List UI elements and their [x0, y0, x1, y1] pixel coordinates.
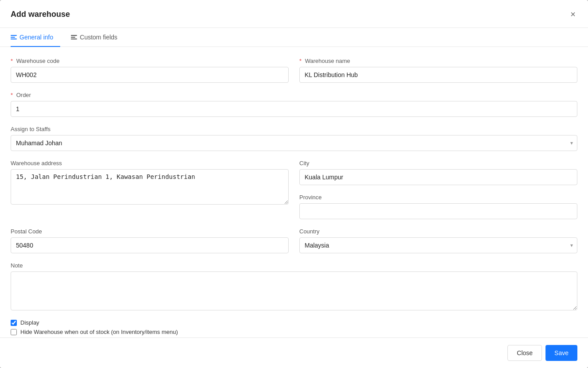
warehouse-name-input[interactable]: [299, 67, 577, 83]
warehouse-name-label: * Warehouse name: [299, 58, 577, 64]
field-postal-code: Postal Code: [11, 228, 289, 253]
order-input[interactable]: [11, 101, 577, 117]
assign-staffs-select[interactable]: Muhamad Johan: [11, 135, 577, 151]
hide-warehouse-checkbox-label: Hide Warehouse when out of stock (on Inv…: [20, 329, 178, 335]
checkbox-hide-warehouse-group: Hide Warehouse when out of stock (on Inv…: [11, 329, 577, 335]
custom-fields-icon: [71, 35, 77, 39]
required-star: *: [11, 58, 13, 64]
field-note: Note: [11, 262, 577, 310]
assign-staffs-wrapper: Muhamad Johan ▾: [11, 135, 577, 151]
country-select[interactable]: Malaysia: [299, 237, 577, 253]
field-warehouse-address: Warehouse address: [11, 160, 289, 219]
warehouse-address-input[interactable]: [11, 169, 289, 205]
hide-warehouse-checkbox[interactable]: [11, 329, 17, 335]
close-button[interactable]: Close: [507, 345, 542, 361]
country-label: Country: [299, 228, 577, 235]
field-assign-staffs: Assign to Staffs Muhamad Johan ▾: [11, 126, 577, 151]
note-label: Note: [11, 262, 577, 269]
field-order: * Order: [11, 92, 577, 117]
warehouse-code-label: * Warehouse code: [11, 58, 289, 64]
tabs-container: General info Custom fields: [0, 28, 588, 47]
row-code-name: * Warehouse code * Warehouse name: [11, 58, 577, 83]
row-postal-country: Postal Code Country Malaysia ▾: [11, 228, 577, 253]
postal-code-label: Postal Code: [11, 228, 289, 235]
assign-staffs-label: Assign to Staffs: [11, 126, 577, 132]
modal-title: Add warehouse: [11, 10, 70, 19]
postal-code-input[interactable]: [11, 237, 289, 253]
row-staffs: Assign to Staffs Muhamad Johan ▾: [11, 126, 577, 151]
tab-general-info-label: General info: [19, 34, 53, 41]
city-label: City: [299, 160, 577, 167]
modal-overlay: Add warehouse × General info Custom fiel…: [0, 0, 588, 368]
tab-custom-fields[interactable]: Custom fields: [71, 28, 124, 47]
modal-footer: Close Save: [0, 337, 588, 368]
general-info-icon: [11, 35, 17, 39]
note-input[interactable]: [11, 271, 577, 310]
province-label: Province: [299, 194, 577, 201]
save-button[interactable]: Save: [545, 345, 577, 361]
order-label: * Order: [11, 92, 577, 98]
add-warehouse-modal: Add warehouse × General info Custom fiel…: [0, 0, 588, 368]
country-wrapper: Malaysia ▾: [299, 237, 577, 253]
warehouse-address-label: Warehouse address: [11, 160, 289, 167]
required-star-order: *: [11, 92, 13, 98]
row-note: Note: [11, 262, 577, 310]
row-order: * Order: [11, 92, 577, 117]
warehouse-code-input[interactable]: [11, 67, 289, 83]
address-right-col: City Province: [299, 160, 577, 219]
tab-custom-fields-label: Custom fields: [80, 34, 117, 41]
display-checkbox-label: Display: [20, 319, 39, 326]
checkbox-display-group: Display: [11, 319, 577, 326]
required-star-name: *: [299, 58, 302, 64]
field-country: Country Malaysia ▾: [299, 228, 577, 253]
tab-general-info[interactable]: General info: [11, 28, 60, 47]
field-province: Province: [299, 194, 577, 219]
city-input[interactable]: [299, 169, 577, 185]
modal-body: * Warehouse code * Warehouse name: [0, 47, 588, 337]
province-input[interactable]: [299, 203, 577, 219]
modal-close-button[interactable]: ×: [569, 8, 577, 20]
display-checkbox[interactable]: [11, 320, 17, 326]
modal-header: Add warehouse ×: [0, 0, 588, 28]
field-warehouse-code: * Warehouse code: [11, 58, 289, 83]
field-warehouse-name: * Warehouse name: [299, 58, 577, 83]
field-city: City: [299, 160, 577, 185]
row-address: Warehouse address City Province: [11, 160, 577, 219]
